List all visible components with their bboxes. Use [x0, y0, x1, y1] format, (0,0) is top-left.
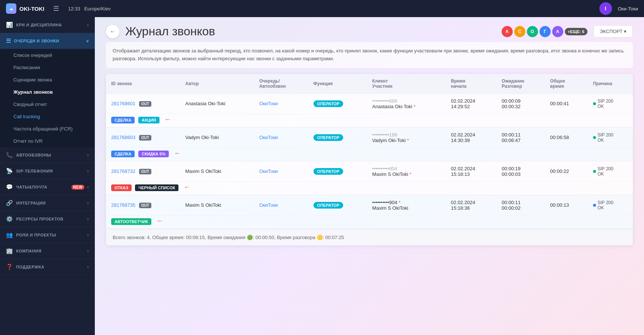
sidebar-item-kpi[interactable]: 📊 КРИ И ДИСЦИПЛИНА › — [0, 17, 95, 33]
page-title: Журнал звонков — [125, 25, 496, 38]
sidebar-item-resources[interactable]: ⚙️ РЕСУРСЫ ПРОЕКТОВ › — [0, 211, 95, 227]
avatar-g: Г — [540, 26, 551, 37]
chevron-down-icon: ∨ — [86, 39, 89, 44]
out-badge: OUT — [139, 203, 151, 208]
sip-badge: SIP 200OK — [593, 200, 613, 210]
sidebar-subitem-schedules[interactable]: Расписания — [0, 61, 95, 74]
call-id-link[interactable]: 281768601 — [111, 101, 135, 106]
new-badge: NEW — [71, 185, 84, 190]
cell-wait-talk: 00:00:1100:00:02 — [496, 195, 545, 215]
table-row: 281768603 OUT Vadym Oki-Toki ОкиТоки ОПЕ… — [106, 127, 633, 148]
chevron-right-icon9: › — [87, 265, 89, 269]
cell-wait-talk: 00:00:1900:00:03 — [496, 161, 545, 181]
tag-skidka: СКИДКА 5% — [138, 151, 169, 157]
sidebar-subitem-queue-list[interactable]: Список очередей — [0, 49, 95, 61]
cell-reason: SIP 200OK — [588, 195, 633, 215]
queue-link[interactable]: ОкиТоки — [259, 168, 278, 174]
call-id-link[interactable]: 281768732 — [111, 168, 135, 174]
cell-function: ОПЕРАТОР — [308, 93, 367, 114]
col-function: Функция — [308, 74, 367, 94]
table-tag-row: СДЕЛКА СКИДКА 5% ← — [106, 148, 633, 161]
sidebar-item-roles[interactable]: 👥 РОЛИ И ПРОЕКТЫ › — [0, 227, 95, 243]
queue-link[interactable]: ОкиТоки — [259, 202, 278, 208]
hamburger-icon[interactable]: ☰ — [53, 4, 59, 13]
arrow-red-icon: ← — [184, 183, 190, 191]
avatar-c: С — [514, 26, 525, 37]
layout: 📊 КРИ И ДИСЦИПЛИНА › ☰ ОЧЕРЕДИ И ЗВОНКИ … — [0, 17, 644, 335]
status-dot-blue — [593, 204, 596, 207]
sip-badge: SIP 200OK — [593, 132, 613, 143]
avatar-o: О — [527, 26, 538, 37]
chevron-right-icon7: › — [87, 233, 89, 237]
integrations-icon: 🔗 — [6, 200, 13, 206]
queues-submenu: Список очередей Расписания Сценарии звон… — [0, 49, 95, 147]
cell-id: 281768601 OUT — [106, 93, 180, 114]
sidebar-item-queues[interactable]: ☰ ОЧЕРЕДИ И ЗВОНКИ ∨ — [0, 33, 95, 49]
cell-total: 00:00:13 — [545, 195, 588, 215]
cell-client: ••••••••••198 Vadym Oki-Toki * — [367, 127, 446, 148]
arrow-red-icon: ← — [164, 116, 171, 123]
page-header: ← Журнал звонков А С О Г А +ЕЩЕ: 6 ЭКСПО… — [95, 17, 644, 42]
client-phone: ••••••••••804 — [372, 166, 441, 171]
sidebar-item-chats[interactable]: 💬 ЧАТЫ&ПОЧТА NEW › — [0, 179, 95, 195]
tag-otkaz: ОТКАЗ — [111, 184, 132, 191]
chevron-right-icon8: › — [87, 249, 89, 253]
client-phone: ••••••••••198 — [372, 132, 441, 138]
sidebar-subitem-summary[interactable]: Сводный отчет — [0, 98, 95, 110]
queue-link[interactable]: ОкиТоки — [259, 101, 278, 106]
sidebar-item-company[interactable]: 🏢 КОМПАНИЯ › — [0, 243, 95, 259]
client-name: Anastasia Oki-Toki * — [372, 104, 441, 109]
queue-link[interactable]: ОкиТоки — [259, 135, 278, 140]
avatar-a1: А — [502, 26, 513, 37]
col-client: КлиентУчастник — [367, 74, 446, 94]
cell-author: Anastasia Oki-Toki — [180, 93, 254, 114]
client-phone: ••••••••••904 * — [372, 200, 441, 205]
chevron-right-icon3: › — [87, 169, 89, 173]
asterisk-icon: * — [407, 138, 409, 143]
sidebar-subitem-fcr[interactable]: Частота обращений (FCR) — [0, 123, 95, 135]
client-phone: ••••••••••689 — [372, 98, 441, 104]
cell-id: 281768603 OUT — [106, 127, 180, 148]
chevron-right-icon6: › — [87, 217, 89, 221]
call-id-link[interactable]: 281768603 — [111, 135, 135, 140]
sidebar: 📊 КРИ И ДИСЦИПЛИНА › ☰ ОЧЕРЕДИ И ЗВОНКИ … — [0, 17, 95, 335]
autobots-icon: 📞 — [6, 152, 13, 158]
operator-badge: ОПЕРАТОР — [313, 202, 343, 209]
asterisk-icon: * — [413, 104, 415, 109]
cell-time: 02.02.202414:30:39 — [446, 127, 497, 148]
sidebar-item-integrations[interactable]: 🔗 ИНТЕГРАЦИИ › — [0, 195, 95, 211]
export-button[interactable]: ЭКСПОРТ ▾ — [593, 25, 633, 38]
operator-badge: ОПЕРАТОР — [313, 168, 343, 175]
avatar[interactable]: I — [599, 2, 612, 15]
sidebar-item-autobots[interactable]: 📞 АВТООБЗВОНЫ › — [0, 147, 95, 163]
main-content: ← Журнал звонков А С О Г А +ЕЩЕ: 6 ЭКСПО… — [95, 17, 644, 335]
sidebar-subitem-call-log[interactable]: Журнал звонков — [0, 86, 95, 98]
sidebar-item-support[interactable]: ❓ ПОДДЕРЖКА › — [0, 259, 95, 275]
back-button[interactable]: ← — [106, 25, 119, 38]
cell-total: 00:00:22 — [545, 161, 588, 181]
sidebar-subitem-ivr[interactable]: Отчет по IVR — [0, 135, 95, 147]
tag-blacklist: ЧЕРНЫЙ СПИСОК — [135, 184, 178, 191]
client-name: Maxim S OkiToki — [372, 205, 441, 211]
cell-client: ••••••••••689 Anastasia Oki-Toki * — [367, 93, 446, 114]
cell-time: 02.02.202415:18:13 — [446, 161, 497, 181]
resources-icon: ⚙️ — [6, 216, 13, 222]
call-id-link[interactable]: 281768735 — [111, 202, 135, 208]
col-author: Автор — [180, 74, 254, 94]
sidebar-subitem-scenarios[interactable]: Сценарии звонка — [0, 74, 95, 86]
cell-reason: SIP 200OK — [588, 161, 633, 181]
chevron-right-icon2: › — [87, 153, 89, 157]
client-name: Vadym Oki-Toki * — [372, 138, 441, 143]
asterisk-icon: * — [399, 200, 400, 205]
tag-cell: СДЕЛКА АКЦИЯ ← — [106, 114, 633, 127]
username: Оки-Токи — [618, 6, 638, 12]
col-queue: Очередь/Автообзвон — [254, 74, 308, 94]
queues-icon: ☰ — [6, 38, 11, 44]
col-id: ID звонка — [106, 74, 180, 94]
cell-queue: ОкиТоки — [254, 93, 308, 114]
cell-id: 281768732 OUT — [106, 161, 180, 181]
sidebar-subitem-call-tracking[interactable]: Call tracking — [0, 110, 95, 123]
sidebar-item-sip[interactable]: 📡 SIP-ТЕЛЕФОНИЯ › — [0, 163, 95, 179]
cell-total: 00:00:41 — [545, 93, 588, 114]
cell-function: ОПЕРАТОР — [308, 195, 367, 215]
